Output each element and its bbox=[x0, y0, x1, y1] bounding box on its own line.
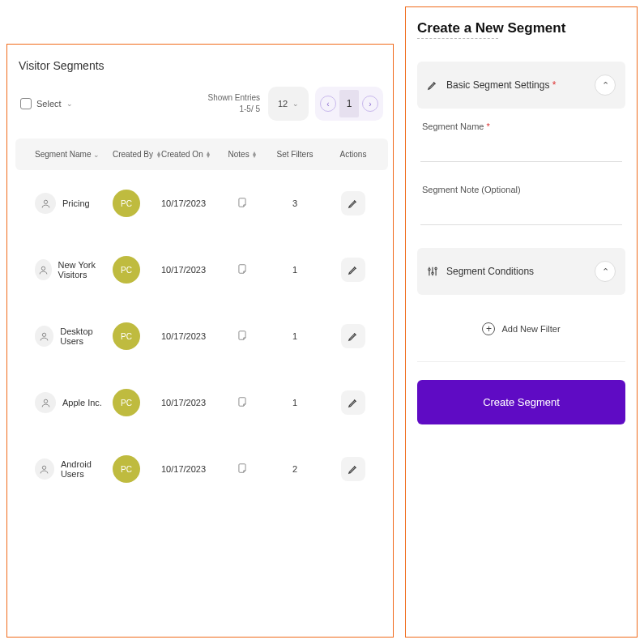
add-filter-button[interactable]: + Add New Filter bbox=[417, 308, 625, 362]
segment-name-input[interactable] bbox=[420, 143, 622, 162]
collapse-button[interactable]: ⌃ bbox=[595, 261, 616, 282]
filters-cell: 1 bbox=[265, 331, 325, 341]
required-asterisk: * bbox=[487, 122, 490, 131]
avatar: PC bbox=[113, 389, 140, 416]
shown-entries-label: Shown Entries bbox=[208, 92, 260, 104]
basic-settings-section-header[interactable]: Basic Segment Settings * ⌃ bbox=[417, 62, 625, 109]
entries-value: 12 bbox=[278, 99, 288, 109]
chevron-down-icon: ⌄ bbox=[66, 100, 73, 108]
chevron-up-icon: ⌃ bbox=[602, 267, 609, 277]
actions-cell bbox=[325, 191, 382, 215]
notes-cell[interactable] bbox=[220, 197, 265, 210]
col-created-on[interactable]: Created On ▴▾ bbox=[161, 150, 220, 159]
prev-page-button[interactable]: ‹ bbox=[320, 96, 336, 112]
segment-note-input[interactable] bbox=[420, 206, 622, 225]
current-page[interactable]: 1 bbox=[339, 90, 359, 117]
create-segment-panel: Create a New Segment Basic Segment Setti… bbox=[405, 6, 638, 638]
select-all[interactable]: Select ⌄ bbox=[20, 98, 73, 109]
actions-cell bbox=[325, 390, 382, 415]
required-asterisk: * bbox=[552, 79, 557, 91]
entries-per-page-select[interactable]: 12 ⌄ bbox=[268, 87, 309, 121]
table-row: New York VisitorsPC10/17/20231 bbox=[15, 237, 388, 303]
created-on-cell: 10/17/2023 bbox=[161, 331, 220, 341]
panel-title: Create a New Segment bbox=[417, 20, 625, 36]
user-icon bbox=[35, 458, 54, 480]
chevron-up-icon: ⌃ bbox=[602, 80, 609, 91]
user-icon bbox=[35, 392, 56, 413]
segment-name-cell[interactable]: Apple Inc. bbox=[22, 392, 113, 413]
shown-entries: Shown Entries 1-5/ 5 bbox=[208, 92, 260, 115]
edit-button[interactable] bbox=[341, 390, 365, 415]
segment-name-cell[interactable]: New York Visitors bbox=[22, 259, 113, 280]
user-icon bbox=[35, 193, 56, 214]
note-icon bbox=[237, 463, 248, 474]
edit-button[interactable] bbox=[341, 191, 365, 215]
segment-name: Desktop Users bbox=[60, 326, 113, 346]
segment-name: New York Visitors bbox=[58, 260, 113, 279]
add-filter-label: Add New Filter bbox=[501, 324, 560, 334]
col-created-by[interactable]: Created By ▴▾ bbox=[113, 150, 161, 159]
edit-button[interactable] bbox=[341, 258, 365, 282]
note-icon bbox=[237, 263, 248, 275]
svg-point-10 bbox=[435, 267, 437, 269]
table-row: Apple Inc.PC10/17/20231 bbox=[15, 369, 388, 436]
notes-cell[interactable] bbox=[220, 463, 265, 476]
edit-button[interactable] bbox=[341, 457, 365, 481]
next-page-button[interactable]: › bbox=[362, 96, 378, 112]
filters-cell: 2 bbox=[265, 464, 325, 474]
segment-name-cell[interactable]: Pricing bbox=[22, 193, 113, 214]
notes-cell[interactable] bbox=[220, 263, 265, 276]
avatar: PC bbox=[113, 256, 140, 284]
plus-icon: + bbox=[482, 322, 495, 335]
edit-button[interactable] bbox=[341, 324, 365, 348]
created-by-cell: PC bbox=[113, 322, 161, 350]
edit-icon bbox=[427, 79, 438, 91]
col-actions: Actions bbox=[325, 150, 382, 159]
svg-point-3 bbox=[44, 399, 47, 403]
col-notes[interactable]: Notes ▴▾ bbox=[220, 150, 265, 159]
pager: ‹ 1 › bbox=[315, 87, 383, 121]
segment-name-cell[interactable]: Android Users bbox=[22, 458, 113, 480]
table-row: Desktop UsersPC10/17/20231 bbox=[15, 303, 388, 369]
created-by-cell: PC bbox=[113, 190, 161, 217]
note-icon bbox=[237, 197, 248, 208]
table-row: PricingPC10/17/20233 bbox=[15, 170, 388, 237]
avatar: PC bbox=[113, 322, 140, 350]
checkbox-icon bbox=[20, 98, 32, 109]
note-icon bbox=[237, 396, 248, 407]
filters-cell: 3 bbox=[265, 198, 325, 208]
toolbar-right: Shown Entries 1-5/ 5 12 ⌄ ‹ 1 › bbox=[208, 87, 383, 121]
svg-point-2 bbox=[42, 333, 45, 336]
select-label: Select bbox=[36, 99, 62, 109]
col-segment-name[interactable]: Segment Name ⌄ bbox=[22, 150, 113, 159]
segment-name: Pricing bbox=[62, 198, 90, 208]
actions-cell bbox=[325, 258, 382, 282]
created-on-cell: 10/17/2023 bbox=[161, 398, 220, 407]
filters-cell: 1 bbox=[265, 398, 325, 407]
basic-settings-title: Basic Segment Settings * bbox=[446, 79, 586, 91]
svg-point-0 bbox=[44, 200, 47, 203]
page-title: Visitor Segments bbox=[19, 59, 388, 72]
segment-name-label: Segment Name * bbox=[422, 122, 625, 131]
segment-name-cell[interactable]: Desktop Users bbox=[22, 326, 113, 347]
chevron-down-icon: ⌄ bbox=[93, 151, 100, 159]
filters-cell: 1 bbox=[265, 265, 325, 275]
collapse-button[interactable]: ⌃ bbox=[595, 75, 616, 96]
table-row: Android UsersPC10/17/20232 bbox=[15, 436, 388, 502]
created-on-cell: 10/17/2023 bbox=[161, 198, 220, 208]
sliders-icon bbox=[427, 266, 438, 277]
conditions-section-header[interactable]: Segment Conditions ⌃ bbox=[417, 248, 625, 295]
table-body: PricingPC10/17/20233New York VisitorsPC1… bbox=[15, 170, 388, 629]
segment-note-label: Segment Note (Optional) bbox=[422, 185, 625, 194]
notes-cell[interactable] bbox=[220, 396, 265, 409]
segment-note-field: Segment Note (Optional) bbox=[417, 185, 625, 225]
user-icon bbox=[35, 259, 52, 280]
segment-name: Android Users bbox=[61, 459, 113, 479]
notes-cell[interactable] bbox=[220, 330, 265, 343]
actions-cell bbox=[325, 324, 382, 348]
svg-point-4 bbox=[43, 466, 46, 469]
created-by-cell: PC bbox=[113, 389, 161, 416]
shown-entries-range: 1-5/ 5 bbox=[208, 104, 260, 115]
user-icon bbox=[35, 326, 53, 347]
create-segment-button[interactable]: Create Segment bbox=[417, 380, 625, 424]
